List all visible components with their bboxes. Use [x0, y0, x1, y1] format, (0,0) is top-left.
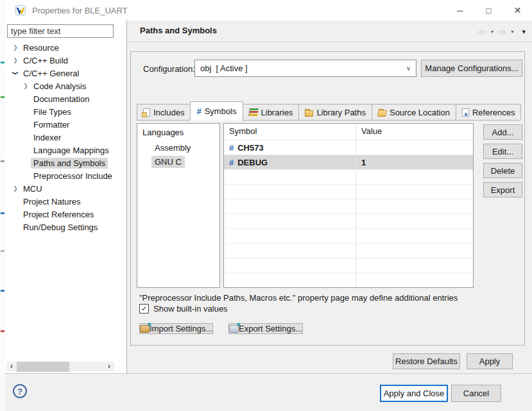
table-empty-row[interactable] [224, 258, 473, 273]
sidebar-item-c-c-build[interactable]: ❯C/C++ Build [5, 54, 126, 67]
chevron-expanded-icon[interactable]: ❯ [12, 68, 19, 78]
table-empty-row[interactable] [224, 244, 473, 258]
configuration-select[interactable]: obj [ Active ] ∨ [194, 60, 416, 77]
symbol-cell [224, 170, 356, 184]
symbol-cell [224, 258, 356, 273]
chevron-collapsed-icon[interactable]: ❯ [21, 83, 31, 89]
back-dropdown-icon[interactable]: ▾ [491, 29, 493, 35]
tree-item-label: Run/Debug Settings [21, 222, 100, 233]
sidebar-item-language-mappings[interactable]: Language Mappings [5, 144, 126, 156]
table-empty-row[interactable] [224, 185, 473, 199]
symbol-cell [224, 244, 356, 258]
sidebar-item-c-c-general[interactable]: ❯C/C++ General [5, 67, 126, 80]
sidebar-item-preprocessor-include[interactable]: Preprocessor Include [5, 169, 126, 182]
minimize-icon[interactable]: ─ [445, 0, 474, 21]
history-nav: ⇦ ▾ ⇨ ▾ ▾ [478, 26, 526, 38]
table-row-ch573[interactable]: #CH573 [224, 140, 473, 155]
hash-icon: # [229, 158, 234, 167]
sidebar-tree: ❯Resource❯C/C++ Build❯C/C++ General❯Code… [5, 41, 126, 233]
table-empty-row[interactable] [224, 214, 473, 229]
languages-items: AssemblyGNU C [137, 140, 219, 169]
sidebar-item-project-natures[interactable]: Project Natures [5, 195, 126, 208]
tab-includes[interactable]: Includes [137, 104, 191, 120]
table-empty-row[interactable] [224, 199, 473, 214]
import-settings-button[interactable]: Import Settings... [139, 323, 213, 334]
language-item-assembly[interactable]: Assembly [137, 140, 219, 155]
export-button[interactable]: Export [483, 182, 522, 197]
tab-library-paths[interactable]: Library Paths [298, 104, 372, 120]
sidebar-item-project-references[interactable]: Project References [5, 208, 126, 221]
apply-button[interactable]: Apply [467, 353, 513, 369]
background-mark [1, 62, 4, 63]
sidebar-item-indexer[interactable]: Indexer [5, 131, 126, 144]
column-header-value[interactable]: Value [356, 124, 473, 140]
tree-item-label: C/C++ General [21, 68, 82, 79]
table-empty-row[interactable] [224, 229, 473, 244]
sidebar-item-formatter[interactable]: Formatter [5, 118, 126, 131]
sidebar-item-resource[interactable]: ❯Resource [5, 41, 126, 54]
maximize-icon[interactable]: □ [474, 0, 503, 21]
sidebar-item-paths-and-symbols[interactable]: Paths and Symbols [5, 156, 126, 169]
page-title: Paths and Symbols [140, 26, 217, 35]
sidebar-horizontal-scrollbar[interactable]: ‹ › [6, 362, 114, 372]
add-button[interactable]: Add... [483, 124, 522, 140]
show-builtin-checkbox[interactable]: ✓ [139, 304, 149, 314]
table-row-debug[interactable]: #DEBUG1 [224, 155, 473, 170]
background-mark [1, 96, 4, 98]
scroll-right-icon[interactable]: › [104, 362, 114, 372]
tree-item-label: Language Mappings [31, 145, 112, 156]
value-cell: 1 [356, 155, 473, 169]
table-empty-row[interactable] [224, 170, 473, 185]
value-cell [356, 170, 473, 184]
export-settings-button[interactable]: Export Settings... [228, 323, 303, 334]
restore-defaults-button[interactable]: Restore Defaults [393, 353, 460, 369]
symbol-name: CH573 [237, 143, 263, 153]
background-mark [1, 330, 4, 332]
back-icon[interactable]: ⇦ [478, 26, 486, 38]
edit-button[interactable]: Edit... [483, 144, 522, 159]
column-header-symbol[interactable]: Symbol [224, 124, 356, 140]
tab-symbols[interactable]: #Symbols [190, 101, 243, 121]
symbol-cell [224, 214, 356, 228]
scrollbar-thumb[interactable] [17, 362, 69, 372]
sidebar-item-documentation[interactable]: Documentation [5, 92, 126, 105]
cancel-button[interactable]: Cancel [451, 385, 501, 402]
tab-libraries[interactable]: Libraries [243, 104, 300, 120]
tab-label: References [472, 108, 515, 117]
language-label: Assembly [151, 142, 194, 154]
sidebar-item-code-analysis[interactable]: ❯Code Analysis [5, 80, 126, 92]
window-title: Properties for BLE_UART [32, 6, 128, 15]
symbol-action-buttons: Add...Edit...DeleteExport [483, 124, 522, 197]
forward-dropdown-icon[interactable]: ▾ [511, 29, 513, 35]
tab-source-location[interactable]: Source Location [372, 104, 456, 120]
value-cell [356, 273, 473, 287]
view-menu-icon[interactable]: ▾ [522, 28, 526, 36]
forward-icon[interactable]: ⇨ [498, 26, 506, 38]
chevron-collapsed-icon[interactable]: ❯ [10, 57, 21, 63]
tab-label: Library Paths [316, 108, 366, 117]
chevron-collapsed-icon[interactable]: ❯ [10, 44, 21, 51]
open-folder-icon [377, 110, 387, 117]
sidebar-item-run-debug-settings[interactable]: Run/Debug Settings [5, 221, 126, 233]
delete-button[interactable]: Delete [483, 163, 522, 178]
sidebar-item-file-types[interactable]: File Types [5, 105, 126, 118]
manage-configurations-button[interactable]: Manage Configurations... [421, 60, 522, 77]
table-empty-row[interactable] [224, 273, 473, 288]
background-mark [1, 250, 4, 252]
tab-references[interactable]: References [456, 104, 521, 120]
symbol-cell [224, 199, 356, 214]
tree-item-label: Indexer [31, 132, 64, 143]
language-item-gnu-c[interactable]: GNU C [137, 155, 219, 169]
symbol-cell [224, 185, 356, 199]
chevron-collapsed-icon[interactable]: ❯ [10, 185, 21, 192]
filter-input[interactable] [7, 24, 114, 38]
apply-and-close-button[interactable]: Apply and Close [380, 385, 448, 402]
value-cell [356, 258, 473, 273]
help-button[interactable]: ? [13, 384, 27, 398]
close-icon[interactable]: ✕ [503, 0, 532, 21]
sidebar-item-mcu[interactable]: ❯MCU [5, 182, 126, 195]
background-mark [1, 212, 4, 214]
scroll-left-icon[interactable]: ‹ [6, 362, 17, 372]
symbol-name: DEBUG [237, 158, 268, 167]
language-label: GNU C [151, 156, 185, 168]
